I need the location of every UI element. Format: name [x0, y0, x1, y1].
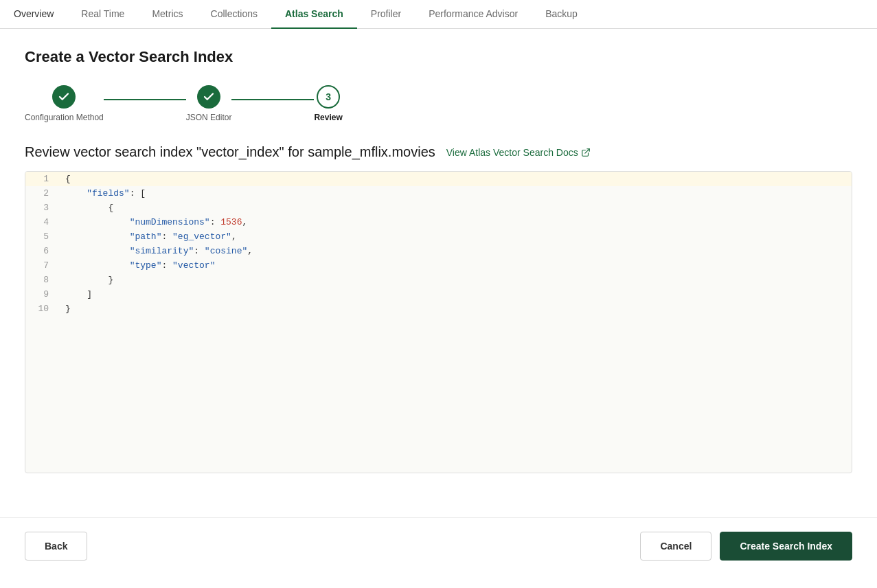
line-content-4: "numDimensions": 1536, — [60, 216, 253, 229]
step-json-editor: JSON Editor — [186, 85, 232, 122]
line-content-8: } — [60, 273, 119, 286]
code-line-2: 2 "fields": [ — [25, 186, 852, 201]
step-2-circle — [197, 85, 220, 109]
connector-2-3 — [231, 99, 314, 100]
footer-buttons: Back Cancel Create Search Index — [0, 517, 877, 574]
line-content-5: "path": "eg_vector", — [60, 230, 242, 243]
code-editor: 1 { 2 "fields": [ 3 { 4 "numDimensions":… — [25, 171, 852, 473]
line-num-3: 3 — [25, 201, 60, 214]
line-content-9: ] — [60, 288, 98, 301]
tab-atlas-search[interactable]: Atlas Search — [271, 0, 357, 29]
svg-line-0 — [585, 148, 589, 152]
external-link-icon — [581, 148, 591, 157]
code-line-1: 1 { — [25, 172, 852, 186]
line-num-1: 1 — [25, 172, 60, 185]
step-review: 3 Review — [314, 85, 342, 122]
code-line-8: 8 } — [25, 273, 852, 287]
line-num-10: 10 — [25, 302, 60, 315]
step-3-number: 3 — [326, 91, 331, 102]
step-2-label: JSON Editor — [186, 113, 232, 122]
page-title: Create a Vector Search Index — [25, 48, 852, 66]
step-3-label: Review — [314, 113, 342, 122]
back-button[interactable]: Back — [25, 532, 87, 561]
vector-search-docs-label: View Atlas Vector Search Docs — [446, 147, 578, 158]
stepper: Configuration Method JSON Editor 3 Revie… — [25, 85, 852, 122]
tab-metrics[interactable]: Metrics — [138, 0, 196, 29]
code-line-3: 3 { — [25, 201, 852, 215]
line-content-3: { — [60, 201, 119, 214]
step-configuration: Configuration Method — [25, 85, 104, 122]
line-content-6: "similarity": "cosine", — [60, 245, 258, 258]
line-num-9: 9 — [25, 288, 60, 301]
btn-group-right: Cancel Create Search Index — [640, 532, 852, 561]
review-title: Review vector search index "vector_index… — [25, 144, 435, 160]
line-content-7: "type": "vector" — [60, 259, 220, 272]
line-num-4: 4 — [25, 216, 60, 229]
line-num-6: 6 — [25, 245, 60, 258]
page-content: Create a Vector Search Index Configurati… — [0, 29, 877, 512]
line-content-10: } — [60, 302, 76, 315]
step-1-circle — [52, 85, 76, 109]
code-line-6: 6 "similarity": "cosine", — [25, 244, 852, 258]
step-3-circle: 3 — [317, 85, 340, 109]
code-line-10: 10 } — [25, 302, 852, 316]
tab-profiler[interactable]: Profiler — [357, 0, 415, 29]
tab-realtime[interactable]: Real Time — [67, 0, 138, 29]
vector-search-docs-link[interactable]: View Atlas Vector Search Docs — [446, 147, 591, 158]
tab-bar: Overview Real Time Metrics Collections A… — [0, 0, 877, 29]
line-content-2: "fields": [ — [60, 187, 151, 200]
tab-backup[interactable]: Backup — [532, 0, 591, 29]
tab-overview[interactable]: Overview — [0, 0, 67, 29]
line-content-1: { — [60, 172, 76, 185]
code-line-5: 5 "path": "eg_vector", — [25, 229, 852, 244]
line-num-5: 5 — [25, 230, 60, 243]
code-line-7: 7 "type": "vector" — [25, 258, 852, 273]
cancel-button[interactable]: Cancel — [640, 532, 711, 561]
create-search-index-button[interactable]: Create Search Index — [720, 532, 852, 561]
tab-collections[interactable]: Collections — [197, 0, 271, 29]
connector-1-2 — [104, 99, 186, 100]
line-num-7: 7 — [25, 259, 60, 272]
tab-performance-advisor[interactable]: Performance Advisor — [415, 0, 532, 29]
code-line-9: 9 ] — [25, 287, 852, 302]
line-num-8: 8 — [25, 273, 60, 286]
step-1-label: Configuration Method — [25, 113, 104, 122]
code-line-4: 4 "numDimensions": 1536, — [25, 215, 852, 229]
review-section-heading: Review vector search index "vector_index… — [25, 144, 852, 160]
line-num-2: 2 — [25, 187, 60, 200]
